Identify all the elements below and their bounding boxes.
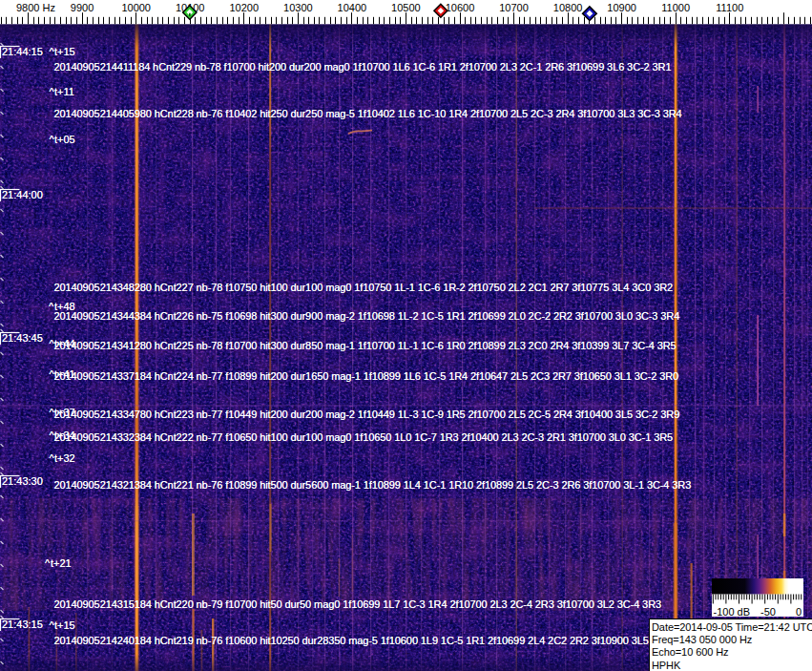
svg-text:11000: 11000 <box>661 2 690 13</box>
svg-text:0: 0 <box>796 606 802 617</box>
svg-text:10500: 10500 <box>391 2 421 13</box>
svg-text:10000: 10000 <box>121 2 151 13</box>
svg-text:10800: 10800 <box>553 2 583 13</box>
svg-text:10700: 10700 <box>499 2 529 13</box>
svg-text:9900: 9900 <box>71 2 94 13</box>
svg-text:10400: 10400 <box>338 2 367 13</box>
svg-text:10300: 10300 <box>283 2 313 13</box>
svg-text:10600: 10600 <box>446 2 475 13</box>
svg-text:10900: 10900 <box>607 2 636 13</box>
svg-text:9800 Hz: 9800 Hz <box>16 2 55 13</box>
svg-text:10200: 10200 <box>230 2 260 13</box>
svg-text:-100 dB: -100 dB <box>714 606 751 617</box>
svg-text:11100: 11100 <box>716 2 743 13</box>
svg-text:-50: -50 <box>760 606 776 617</box>
